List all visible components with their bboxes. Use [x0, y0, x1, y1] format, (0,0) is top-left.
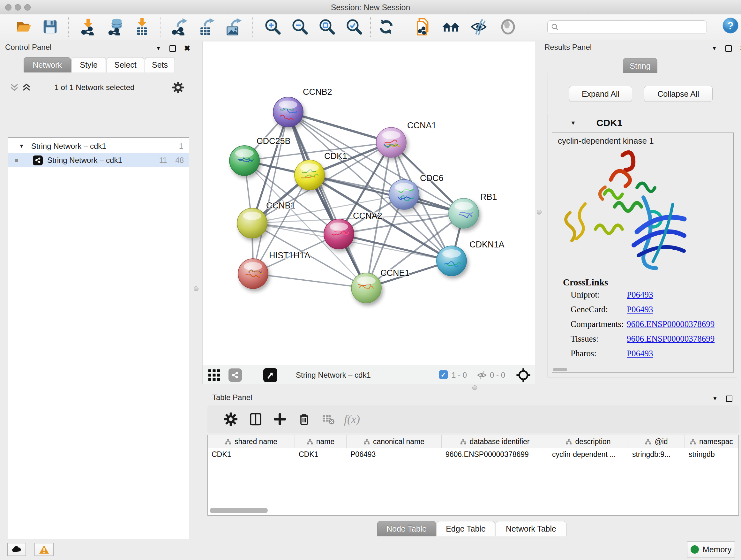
collection-count: 1 [179, 142, 183, 151]
show-columns-button[interactable] [248, 412, 263, 427]
delete-table-button[interactable] [321, 412, 336, 427]
view-indicator-icon [15, 159, 18, 162]
column-header-shared-name[interactable]: shared name [208, 435, 295, 448]
network-graph[interactable]: CCNB2CCNA1CDC25BCDK1CDC6RB1CCNB1CCNA2CDK… [203, 42, 535, 365]
gear-icon[interactable] [172, 82, 184, 93]
network-node-CDKN1A[interactable]: CDKN1A [436, 240, 504, 276]
crosslink-link[interactable]: P06493 [627, 290, 653, 300]
edge-count: 48 [175, 156, 184, 165]
crosslink-link[interactable]: P06493 [627, 349, 653, 359]
open-session-button[interactable] [15, 18, 33, 36]
navigator-button[interactable] [516, 368, 531, 384]
search-input[interactable] [559, 23, 706, 32]
crosslink-link[interactable]: P06493 [627, 305, 653, 314]
tab-select[interactable]: Select [107, 57, 144, 72]
tab-network-table[interactable]: Network Table [495, 521, 566, 537]
column-header-namespac[interactable]: namespac [685, 435, 738, 448]
left-splitter-handle[interactable] [194, 287, 199, 291]
column-header-database-identifier[interactable]: database identifier [442, 435, 548, 448]
network-node-CCNA1[interactable]: CCNA1 [376, 121, 436, 158]
table-cell[interactable]: stringdb:9... [628, 448, 685, 461]
save-session-button[interactable] [41, 18, 59, 36]
crosslinks-list: Uniprot:P06493GeneCard:P06493Compartment… [552, 290, 733, 363]
column-header-description[interactable]: description [548, 435, 628, 448]
toolbar-separator [68, 17, 69, 37]
selected-checkbox[interactable]: ✓ [439, 370, 448, 379]
toolbar-separator [370, 17, 371, 37]
gene-section-header[interactable]: ▼ CDK1 [548, 114, 737, 132]
network-node-HIST1H1A[interactable]: HIST1H1A [238, 251, 310, 289]
table-cell[interactable]: stringdb [685, 448, 738, 461]
section-caret-icon[interactable]: ▼ [570, 120, 576, 126]
bottom-splitter-handle[interactable] [472, 385, 477, 390]
delete-column-button[interactable] [297, 412, 312, 427]
column-header-@id[interactable]: @id [628, 435, 685, 448]
node-label-HIST1H1A: HIST1H1A [269, 251, 310, 260]
first-neighbors-button[interactable] [442, 18, 460, 36]
results-hscrollbar[interactable] [553, 368, 567, 371]
collection-caret-icon[interactable]: ▼ [19, 143, 24, 149]
table-cell[interactable]: CDK1 [295, 448, 347, 461]
tab-sets[interactable]: Sets [145, 57, 175, 72]
zoom-fit-button[interactable] [318, 18, 336, 36]
protein-structure-image [557, 149, 691, 274]
table-hscrollbar[interactable] [210, 508, 268, 513]
tab-edge-table[interactable]: Edge Table [436, 521, 495, 537]
table-cell[interactable]: cyclin-dependent ... [548, 448, 628, 461]
float-panel-button[interactable]: ▼ [156, 45, 161, 52]
network-view-canvas[interactable]: CCNB2CCNA1CDC25BCDK1CDC6RB1CCNB1CCNA2CDK… [202, 42, 535, 366]
tab-style[interactable]: Style [71, 57, 106, 72]
warnings-button[interactable] [35, 543, 54, 556]
collapse-all-button[interactable]: Collapse All [644, 86, 713, 102]
grid-view-button[interactable] [207, 368, 221, 383]
show-all-button[interactable] [499, 18, 517, 36]
column-header-canonical-name[interactable]: canonical name [347, 435, 442, 448]
cloud-status-button[interactable] [7, 543, 26, 556]
network-row[interactable]: String Network – cdk1 11 48 [8, 153, 189, 167]
function-builder-button[interactable]: f(x) [345, 412, 359, 427]
crosslink-link[interactable]: 9606.ENSP00000378699 [627, 319, 715, 329]
float-panel-button[interactable]: ▼ [712, 45, 717, 52]
tab-network[interactable]: Network [23, 57, 71, 72]
right-splitter-handle[interactable] [537, 210, 542, 214]
export-image-button[interactable] [224, 18, 242, 36]
import-network-file-button[interactable] [79, 18, 97, 36]
import-network-from-file-button[interactable] [414, 18, 432, 36]
tab-string[interactable]: String [623, 58, 657, 73]
maximize-panel-button[interactable] [726, 395, 732, 402]
help-button[interactable]: ? [722, 17, 739, 35]
column-header-name[interactable]: name [295, 435, 347, 448]
zoom-out-button[interactable] [291, 18, 309, 36]
import-network-from-database-button[interactable] [107, 18, 125, 36]
table-row[interactable]: CDK1CDK1P064939606.ENSP00000378699cyclin… [208, 448, 738, 461]
refresh-layout-button[interactable] [377, 18, 395, 36]
table-cell[interactable]: P06493 [347, 448, 442, 461]
table-cell[interactable]: CDK1 [208, 448, 295, 461]
network-node-RB1[interactable]: RB1 [449, 192, 497, 228]
create-column-button[interactable] [273, 412, 287, 427]
network-view-type-button[interactable] [228, 368, 242, 382]
export-network-button[interactable] [170, 18, 188, 36]
maximize-panel-button[interactable] [725, 45, 732, 52]
network-collection-row[interactable]: ▼ String Network – cdk1 1 [8, 139, 189, 153]
search-field[interactable] [547, 20, 707, 34]
crosslink-link[interactable]: 9606.ENSP00000378699 [627, 334, 715, 344]
hide-selected-button[interactable] [470, 18, 488, 36]
zoom-in-button[interactable] [264, 18, 282, 36]
network-icon [33, 155, 43, 165]
maximize-panel-button[interactable] [170, 45, 176, 52]
table-cell[interactable]: 9606.ENSP00000378699 [442, 448, 548, 461]
zoom-selected-button[interactable] [345, 18, 363, 36]
export-table-button[interactable] [197, 18, 215, 36]
table-settings-button[interactable] [223, 412, 238, 427]
node-table[interactable]: shared namenamecanonical namedatabase id… [207, 435, 739, 516]
memory-button[interactable]: Memory [687, 542, 735, 557]
float-panel-button[interactable]: ▼ [712, 395, 718, 402]
close-panel-button[interactable]: ✖ [184, 44, 190, 53]
import-table-button[interactable] [133, 18, 151, 36]
gene-description: cyclin-dependent kinase 1 [558, 136, 654, 146]
network-node-CCNB1[interactable]: CCNB1 [237, 201, 295, 238]
expand-all-button[interactable]: Expand All [569, 86, 632, 102]
detach-view-button[interactable] [263, 368, 277, 382]
tab-node-table[interactable]: Node Table [377, 521, 436, 537]
